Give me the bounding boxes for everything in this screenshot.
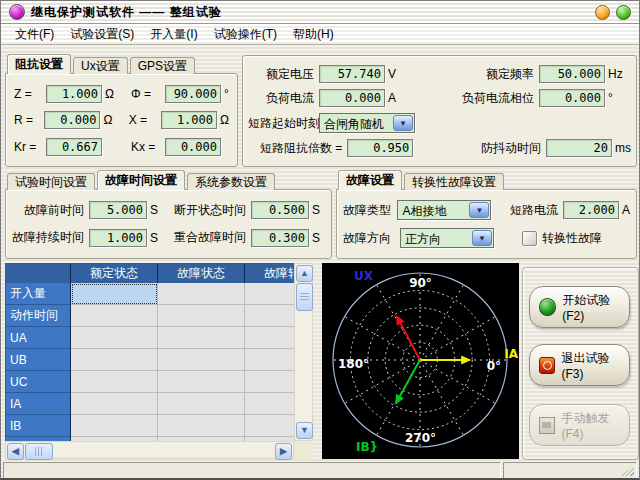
rated-frequency-unit: Hz (608, 67, 623, 81)
short-current-input[interactable] (563, 201, 619, 219)
table-cell[interactable] (71, 327, 158, 349)
manual-trigger-button[interactable]: 手动触发(F4) (529, 404, 630, 446)
open-state-time-label: 断开状态时间 (162, 202, 246, 219)
vertical-scroll-thumb[interactable] (296, 283, 313, 311)
horizontal-scroll-thumb[interactable] (25, 443, 53, 460)
tab-convertible-fault-settings[interactable]: 转换性故障设置 (404, 173, 504, 190)
table-cell[interactable] (158, 283, 245, 305)
results-table[interactable]: 额定状态 故障状态 故障转换 开入量 动作时间 UA UB UC IA IB I… (5, 263, 295, 442)
table-cell[interactable] (71, 393, 158, 415)
table-cell[interactable] (158, 327, 245, 349)
kx-input[interactable] (165, 138, 221, 156)
debounce-time-unit: ms (615, 141, 631, 155)
rated-voltage-label: 额定电压 (248, 66, 314, 83)
chevron-down-icon[interactable]: ▼ (472, 230, 492, 246)
phasor-label-ia: IA (504, 347, 518, 361)
r-input[interactable] (44, 111, 100, 129)
short-start-value: 合闸角随机 (320, 114, 392, 132)
menu-bar: 文件(F) 试验设置(S) 开入量(I) 试验操作(T) 帮助(H) (1, 24, 639, 45)
reclose-fault-time-input[interactable] (251, 229, 309, 247)
kr-label: Kr = (14, 140, 46, 154)
scroll-right-icon[interactable]: ▶ (275, 443, 292, 460)
fault-direction-combo[interactable]: 正方向 ▼ (400, 228, 494, 248)
horizontal-scrollbar[interactable]: ◀ ▶ (5, 441, 294, 459)
x-input[interactable] (161, 111, 217, 129)
debounce-time-input[interactable] (546, 139, 612, 157)
menu-help[interactable]: 帮助(H) (285, 24, 342, 45)
close-button[interactable] (616, 5, 631, 20)
tab-impedance-settings[interactable]: 阻抗设置 (7, 54, 71, 74)
minimize-button[interactable] (595, 5, 610, 20)
menu-input-quantity[interactable]: 开入量(I) (142, 24, 205, 45)
scroll-left-icon[interactable]: ◀ (7, 443, 24, 460)
load-current-phase-input[interactable] (539, 89, 605, 107)
table-cell[interactable] (245, 283, 295, 305)
phi-input[interactable] (165, 85, 221, 103)
table-cell[interactable] (158, 371, 245, 393)
vertical-scrollbar[interactable]: ▲ ▼ (294, 263, 313, 441)
rating-panel: 额定电压 V 额定频率 Hz 负荷电流 A 负荷电流相位 ° 短路起始时刻 合闸… (242, 55, 637, 167)
convertible-fault-checkbox[interactable] (522, 231, 537, 246)
start-test-button[interactable]: 开始试验(F2) (529, 286, 630, 328)
table-cell[interactable] (71, 349, 158, 371)
table-cell[interactable] (158, 349, 245, 371)
exit-test-button[interactable]: 退出试验(F3) (529, 344, 630, 386)
tab-test-time-settings[interactable]: 试验时间设置 (7, 173, 95, 190)
table-cell[interactable] (245, 305, 295, 327)
table-cell[interactable] (158, 305, 245, 327)
manual-trigger-icon (539, 417, 555, 434)
menu-test-operation[interactable]: 试验操作(T) (206, 24, 285, 45)
open-state-time-input[interactable] (251, 201, 309, 219)
scroll-up-icon[interactable]: ▲ (296, 265, 313, 282)
table-cell[interactable] (158, 393, 245, 415)
time-settings-panel: 试验时间设置 故障时间设置 系统参数设置 故障前时间 S 断开状态时间 S 故障… (5, 171, 332, 259)
menu-file[interactable]: 文件(F) (7, 24, 62, 45)
table-cell[interactable] (245, 349, 295, 371)
load-current-phase-label: 负荷电流相位 (404, 90, 534, 107)
fault-type-combo[interactable]: A相接地 ▼ (397, 200, 491, 220)
title-bar[interactable]: 继电保护测试软件 —— 整组试验 (1, 1, 639, 24)
table-cell[interactable] (245, 393, 295, 415)
app-icon (9, 4, 25, 20)
fault-duration-input[interactable] (89, 229, 147, 247)
phasor-label-ux: UX (354, 269, 373, 283)
z-input[interactable] (46, 85, 102, 103)
table-cell[interactable] (71, 371, 158, 393)
tab-fault-time-settings[interactable]: 故障时间设置 (97, 170, 185, 190)
table-cell[interactable] (245, 415, 295, 437)
convertible-fault-label: 转换性故障 (542, 230, 602, 247)
scroll-down-icon[interactable]: ▼ (296, 422, 313, 439)
resize-grip[interactable] (621, 465, 634, 476)
status-bar-left (3, 462, 501, 479)
row-header: UA (6, 327, 71, 349)
z-unit: Ω (105, 87, 123, 101)
tab-system-param-settings[interactable]: 系统参数设置 (187, 173, 275, 190)
fault-type-value: A相接地 (398, 201, 468, 219)
menu-test-settings[interactable]: 试验设置(S) (62, 24, 142, 45)
rated-voltage-input[interactable] (319, 65, 385, 83)
rated-frequency-input[interactable] (539, 65, 605, 83)
short-start-combo[interactable]: 合闸角随机 ▼ (319, 113, 415, 133)
chevron-down-icon[interactable]: ▼ (469, 202, 489, 218)
impedance-multiple-input[interactable] (347, 139, 413, 157)
window-title: 继电保护测试软件 —— 整组试验 (31, 4, 222, 21)
table-cell[interactable] (71, 305, 158, 327)
tab-fault-settings[interactable]: 故障设置 (338, 170, 402, 190)
table-cell[interactable] (158, 415, 245, 437)
chevron-down-icon[interactable]: ▼ (393, 115, 413, 131)
fault-settings-panel: 故障设置 转换性故障设置 故障类型 A相接地 ▼ 短路电流 A 故障方向 正方向… (336, 171, 637, 259)
impedance-panel: 阻抗设置 Ux设置 GPS设置 Z = Ω Φ = ° R = Ω X = Ω (5, 55, 238, 167)
table-cell-selected[interactable] (71, 283, 158, 305)
load-current-input[interactable] (319, 89, 385, 107)
table-cell[interactable] (245, 371, 295, 393)
tab-ux-settings[interactable]: Ux设置 (73, 57, 128, 74)
kr-input[interactable] (46, 138, 102, 156)
table-cell[interactable] (71, 415, 158, 437)
short-start-label: 短路起始时刻 (248, 115, 314, 132)
tab-gps-settings[interactable]: GPS设置 (130, 57, 195, 74)
prefault-time-label: 故障前时间 (12, 202, 84, 219)
table-cell[interactable] (245, 327, 295, 349)
start-test-label: 开始试验(F2) (562, 292, 629, 323)
col-header-rated-state: 额定状态 (71, 264, 158, 284)
prefault-time-input[interactable] (89, 201, 147, 219)
